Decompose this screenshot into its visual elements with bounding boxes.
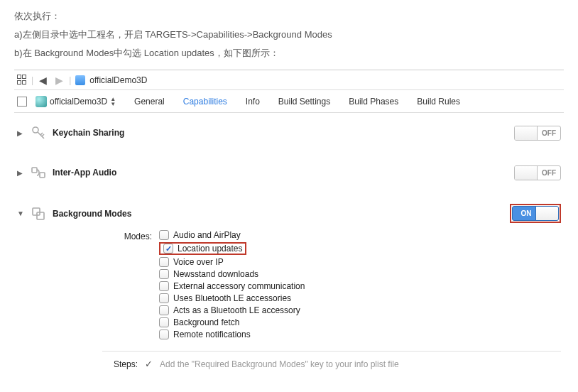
mode-item: Audio and AirPlay (159, 230, 305, 240)
disclosure-triangle[interactable]: ▼ (17, 209, 24, 217)
related-items-icon[interactable] (17, 75, 28, 86)
mode-checkbox[interactable] (159, 230, 169, 240)
target-checkbox[interactable] (17, 97, 27, 107)
svg-rect-4 (37, 212, 44, 219)
mode-label: Remote notifications (173, 330, 251, 339)
nav-back-icon[interactable]: ◀ (36, 75, 50, 86)
mode-label: Audio and AirPlay (173, 230, 241, 240)
capability-keychain: ▶ Keychain Sharing OFF (14, 113, 564, 153)
svg-rect-1 (32, 168, 37, 173)
highlight-toggle: ON (510, 204, 561, 223)
mode-label: Acts as a Bluetooth LE accessory (173, 305, 300, 315)
capability-title: Inter-App Audio (53, 168, 116, 178)
capability-title: Keychain Sharing (53, 128, 124, 138)
mode-item: Location updates (159, 242, 305, 255)
mode-item: Acts as a Bluetooth LE accessory (159, 305, 305, 315)
target-stepper-icon[interactable]: ▲▼ (110, 97, 116, 107)
mode-checkbox[interactable] (159, 305, 169, 315)
mode-checkbox[interactable] (159, 257, 169, 267)
tabs-bar: officialDemo3D ▲▼ General Capabilities I… (14, 90, 564, 113)
instruction-line-3: b)在 Background Modes中勾选 Location updates… (14, 44, 564, 62)
mode-checkbox[interactable] (159, 269, 169, 279)
tab-capabilities[interactable]: Capabilities (183, 97, 227, 107)
breadcrumb-bar: | ◀ ▶ | officialDemo3D (14, 70, 564, 90)
steps-text: Add the "Required Background Modes" key … (160, 359, 399, 369)
modes-label: Modes: (116, 230, 152, 339)
tab-general[interactable]: General (134, 97, 165, 107)
project-icon (75, 75, 85, 85)
doc-instructions: 依次执行： a)左侧目录中选中工程名，开启 TARGETS->Capabilit… (14, 7, 564, 62)
svg-point-0 (33, 127, 38, 133)
mode-label: Newsstand downloads (173, 269, 258, 279)
tab-info[interactable]: Info (246, 97, 260, 107)
target-name: officialDemo3D (50, 97, 107, 107)
steps-row: Steps: ✓ Add the "Required Background Mo… (102, 351, 561, 369)
capability-background: ▼ Background Modes ON Modes: Audio and A… (14, 192, 564, 376)
toggle-keychain[interactable]: OFF (514, 126, 561, 141)
tab-build-settings[interactable]: Build Settings (278, 97, 330, 107)
checkmark-icon: ✓ (145, 359, 153, 369)
mode-label: External accessory communication (173, 281, 305, 291)
mode-item: Voice over IP (159, 257, 305, 267)
toggle-off-label: OFF (538, 129, 560, 137)
mode-item: Remote notifications (159, 330, 305, 339)
svg-rect-2 (40, 173, 45, 178)
mode-checkbox[interactable] (159, 317, 169, 327)
disclosure-triangle[interactable]: ▶ (17, 169, 24, 177)
tab-build-phases[interactable]: Build Phases (349, 97, 398, 107)
mode-label: Voice over IP (173, 257, 224, 267)
mode-label: Location updates (178, 244, 242, 254)
capability-interapp: ▶ Inter-App Audio OFF (14, 153, 564, 192)
mode-checkbox[interactable] (159, 293, 169, 303)
svg-rect-3 (33, 208, 40, 215)
steps-label: Steps: (102, 359, 138, 369)
app-icon (36, 96, 47, 107)
interapp-audio-icon (30, 164, 47, 181)
breadcrumb-project[interactable]: officialDemo3D (89, 75, 147, 85)
instruction-line-1: 依次执行： (14, 7, 564, 26)
mode-item: Newsstand downloads (159, 269, 305, 279)
nav-forward-icon: ▶ (53, 75, 66, 86)
toggle-off-label: OFF (538, 169, 560, 177)
xcode-panel: | ◀ ▶ | officialDemo3D officialDemo3D ▲▼… (14, 70, 564, 376)
toggle-interapp[interactable]: OFF (514, 165, 561, 180)
modes-list: Audio and AirPlayLocation updatesVoice o… (159, 230, 305, 339)
tab-build-rules[interactable]: Build Rules (417, 97, 460, 107)
mode-item: Background fetch (159, 317, 305, 327)
capability-title: Background Modes (53, 209, 131, 219)
toggle-background[interactable]: ON (512, 206, 559, 221)
toggle-on-label: ON (513, 209, 535, 217)
mode-checkbox[interactable] (159, 281, 169, 291)
mode-label: Uses Bluetooth LE accessories (173, 293, 291, 303)
target-selector[interactable]: officialDemo3D ▲▼ (17, 96, 116, 107)
mode-item: Uses Bluetooth LE accessories (159, 293, 305, 303)
mode-checkbox[interactable] (163, 244, 173, 254)
disclosure-triangle[interactable]: ▶ (17, 129, 24, 137)
mode-item: External accessory communication (159, 281, 305, 291)
keychain-icon (30, 124, 47, 141)
background-modes-icon (30, 205, 47, 222)
highlight-mode: Location updates (159, 242, 246, 255)
modes-block: Modes: Audio and AirPlayLocation updates… (116, 230, 561, 339)
instruction-line-2: a)左侧目录中选中工程名，开启 TARGETS->Capabilities->B… (14, 26, 564, 44)
mode-label: Background fetch (173, 317, 239, 327)
mode-checkbox[interactable] (159, 330, 169, 339)
